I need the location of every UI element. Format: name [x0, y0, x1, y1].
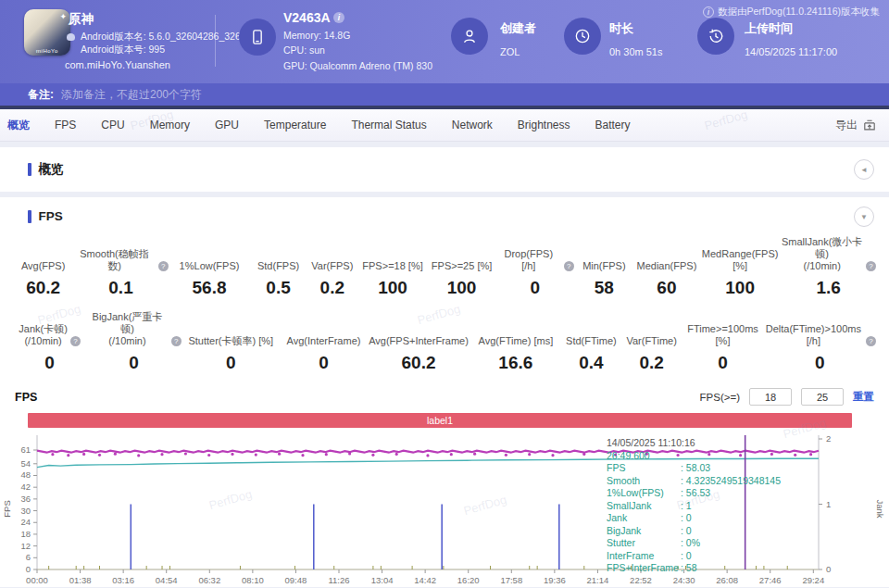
- stat-value: 60.2: [367, 353, 470, 373]
- device-icon: [239, 19, 276, 56]
- svg-text:17:58: 17:58: [500, 575, 522, 585]
- device-model: V2463A: [283, 10, 330, 25]
- svg-text:16:20: 16:20: [457, 575, 480, 585]
- overview-collapse-button[interactable]: ◄: [854, 159, 874, 180]
- stat-label: SmallJank(微小卡顿) (/10min): [781, 236, 863, 272]
- stat-cell: MedRange(FPS)[%] 100: [699, 236, 782, 298]
- svg-text:48: 48: [20, 469, 31, 480]
- stat-cell: Avg(FPS) 60.2: [13, 236, 73, 298]
- fps-threshold-input-1[interactable]: [749, 388, 792, 406]
- svg-text:42: 42: [20, 482, 31, 492]
- tab[interactable]: FPS: [55, 119, 76, 131]
- stat-label: Min(FPS): [582, 260, 625, 272]
- section-accent: [28, 163, 31, 176]
- svg-text:09:48: 09:48: [285, 575, 307, 585]
- tab[interactable]: Memory: [150, 119, 190, 131]
- fps-stats-row-2: Jank(卡顿) (/10min) 0 BigJank(严重卡顿) (/10mi…: [0, 311, 889, 373]
- help-icon[interactable]: [866, 261, 876, 271]
- fps-chart[interactable]: 6154484236302418126021000:0001:3803:1604…: [13, 435, 876, 587]
- fps-section: FPS ▼ Avg(FPS) 60.2 Smooth(稳帧指数) 0.1: [0, 197, 889, 587]
- info-icon[interactable]: [333, 12, 344, 23]
- device-cpu: CPU: sun: [283, 44, 432, 56]
- fps-collapse-button[interactable]: ▼: [854, 206, 874, 227]
- help-icon[interactable]: [171, 336, 182, 346]
- note-placeholder: 添加备注，不超过200个字符: [61, 87, 202, 103]
- stat-cell: Drop(FPS) [/h] 0: [496, 236, 574, 298]
- stat-value: 100: [427, 278, 496, 298]
- tab[interactable]: Temperature: [264, 119, 326, 131]
- svg-text:01:38: 01:38: [69, 575, 92, 585]
- y-axis-label-jank: Jank: [874, 499, 884, 518]
- fps-threshold-input-2[interactable]: [801, 388, 844, 406]
- stat-cell: Delta(FTime)>100ms [/h] 0: [764, 311, 876, 373]
- android-icon: [67, 33, 75, 41]
- overview-section: 概览 ◄: [0, 147, 889, 192]
- export-icon: [863, 119, 876, 131]
- tab[interactable]: Thermal Status: [351, 119, 426, 131]
- svg-text:27:46: 27:46: [759, 575, 782, 585]
- svg-text:36: 36: [20, 494, 31, 504]
- stat-cell: Jank(卡顿) (/10min) 0: [13, 311, 86, 373]
- duration-value: 0h 30m 51s: [609, 46, 662, 57]
- stat-value: 0: [281, 353, 367, 373]
- stat-value: 56.8: [169, 278, 251, 298]
- chart-label-bar[interactable]: label1: [28, 413, 852, 428]
- help-icon[interactable]: [866, 336, 876, 346]
- info-icon: [703, 6, 714, 18]
- stat-value: 0.2: [621, 353, 682, 373]
- svg-text:0: 0: [26, 564, 31, 574]
- header: ✦ miHoYo 原神 Android版本名: 5.6.0_32604286_3…: [0, 0, 889, 83]
- star-icon: ✦: [59, 12, 67, 21]
- tab[interactable]: Network: [452, 119, 493, 131]
- export-button[interactable]: 导出: [835, 118, 889, 133]
- clock-icon: [564, 18, 601, 55]
- svg-text:03:16: 03:16: [112, 575, 134, 585]
- stat-label: Avg(FTime) [ms]: [479, 335, 554, 347]
- creator-label: 创建者: [500, 20, 536, 37]
- stat-value: 0: [496, 278, 574, 298]
- y-axis-label-fps: FPS: [2, 500, 12, 517]
- tab[interactable]: 概览: [7, 118, 30, 133]
- svg-text:14:42: 14:42: [414, 575, 436, 585]
- tab[interactable]: CPU: [101, 119, 124, 131]
- stat-cell: FPS>=25 [%] 100: [427, 236, 496, 298]
- stat-label: FTime>=100ms [%]: [682, 323, 764, 347]
- stat-value: 0.2: [307, 278, 358, 298]
- app-icon: ✦ miHoYo: [24, 9, 70, 56]
- stat-cell: Var(FTime) 0.2: [621, 311, 682, 373]
- android-version-name: Android版本名: 5.6.0_32604286_326...: [81, 30, 249, 43]
- tab-bar: 概览 FPS CPU Memory GPU Temperature Therma…: [0, 109, 889, 142]
- creator-block: 创建者 ZOL: [500, 20, 536, 57]
- svg-text:08:10: 08:10: [242, 575, 264, 585]
- stat-value: 0: [764, 353, 876, 373]
- reset-link[interactable]: 重置: [853, 390, 874, 404]
- svg-text:6: 6: [26, 552, 31, 562]
- device-gpu: GPU: Qualcomm Adreno (TM) 830: [283, 60, 432, 71]
- stat-label: Delta(FTime)>100ms [/h]: [764, 323, 863, 347]
- stat-value: 60: [634, 278, 699, 298]
- svg-text:11:26: 11:26: [328, 575, 349, 585]
- android-version-code: Android版本号: 995: [81, 43, 249, 56]
- stat-value: 0.4: [561, 353, 621, 373]
- svg-text:24:30: 24:30: [673, 575, 695, 585]
- tab[interactable]: GPU: [215, 119, 239, 131]
- stat-label: Var(FTime): [626, 335, 676, 347]
- stat-cell: FTime>=100ms [%] 0: [682, 311, 764, 373]
- help-icon[interactable]: [158, 261, 169, 271]
- tab[interactable]: Brightness: [518, 119, 570, 131]
- svg-text:19:36: 19:36: [544, 575, 566, 585]
- overview-title: 概览: [39, 161, 64, 178]
- stat-label: Avg(InterFrame): [287, 335, 361, 347]
- app-icon-label: miHoYo: [24, 48, 70, 54]
- svg-text:06:32: 06:32: [198, 575, 220, 585]
- stat-cell: Min(FPS) 58: [574, 236, 634, 298]
- fps-threshold-label: FPS(>=): [700, 392, 740, 403]
- svg-text:18: 18: [20, 529, 31, 539]
- duration-label: 时长: [609, 20, 662, 37]
- help-icon[interactable]: [564, 261, 574, 271]
- collect-note: 数据由PerfDog(11.0.241116)版本收集: [703, 6, 880, 19]
- tab[interactable]: Battery: [595, 119, 631, 131]
- svg-text:22:52: 22:52: [630, 575, 652, 585]
- help-icon[interactable]: [70, 336, 81, 346]
- note-input[interactable]: 备注: 添加备注，不超过200个字符: [0, 83, 889, 109]
